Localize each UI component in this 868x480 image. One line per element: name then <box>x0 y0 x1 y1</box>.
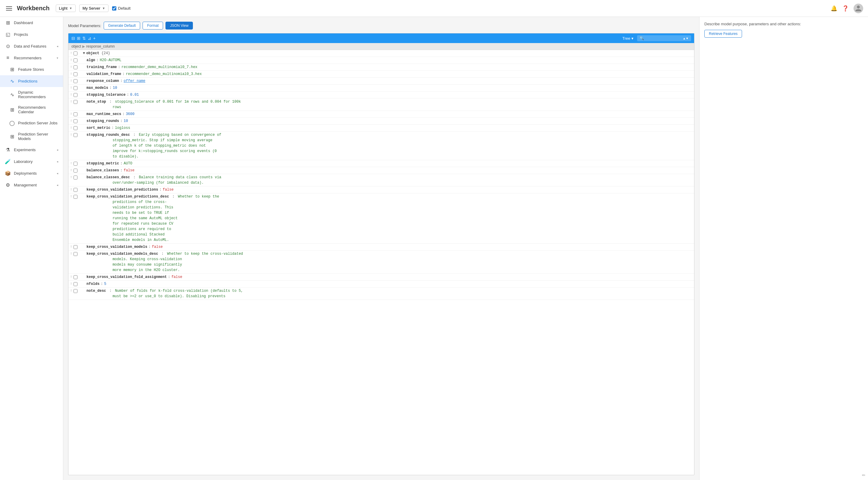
row-colon: : <box>118 64 120 70</box>
notification-icon[interactable]: 🔔 <box>831 5 837 12</box>
retrieve-features-button[interactable]: Retrieve Features <box>704 30 742 38</box>
right-panel-description: Describe model purpose, parameters and o… <box>704 22 863 26</box>
sidebar-item-label: Prediction Server Jobs <box>18 121 58 125</box>
row-checkbox[interactable] <box>73 65 78 69</box>
format-button[interactable]: Format <box>143 22 163 30</box>
json-view-button[interactable]: JSON View <box>165 22 193 30</box>
row-grip[interactable]: ⠿ <box>70 125 72 130</box>
row-grip[interactable]: ⠿ <box>70 118 72 124</box>
row-checkbox[interactable] <box>73 188 78 192</box>
row-checkbox[interactable] <box>73 169 78 173</box>
tree-mode-dropdown[interactable]: Tree ▾ <box>621 36 635 41</box>
row-grip[interactable]: ⠿ <box>70 161 72 166</box>
row-checkbox[interactable] <box>73 176 78 179</box>
sidebar-item-dashboard[interactable]: ⊞ Dashboard <box>0 17 63 29</box>
expand-all-icon[interactable]: ⊞ <box>77 36 81 41</box>
sidebar-item-feature-stores[interactable]: ⊞ Feature Stores <box>0 64 63 75</box>
row-checkbox[interactable] <box>73 79 78 83</box>
topbar-icons: 🔔 ❓ <box>831 4 863 13</box>
row-checkbox[interactable] <box>73 162 78 166</box>
hamburger-menu[interactable] <box>5 5 13 12</box>
sidebar-item-laboratory[interactable]: 🧪 Laboratory ◂ <box>0 156 63 167</box>
row-checkbox[interactable] <box>73 252 78 256</box>
row-checkbox[interactable] <box>73 133 78 137</box>
table-row: ⠿ balance_classes : false <box>68 167 694 174</box>
server-select[interactable]: My Server ▼ <box>79 4 108 12</box>
row-key: stopping_metric <box>87 161 119 166</box>
row-key: max_runtime_secs <box>87 111 121 117</box>
row-grip[interactable]: ⠿ <box>70 168 72 173</box>
row-grip[interactable]: ⠿ <box>70 99 72 104</box>
table-row: ⠿ training_frame : recommender_demo_mult… <box>68 64 694 71</box>
row-grip[interactable]: ⠿ <box>70 92 72 97</box>
row-checkbox[interactable] <box>73 72 78 76</box>
table-row: ⠿ keep_cross_validation_predictions_desc… <box>68 193 694 244</box>
row-checkbox[interactable] <box>73 52 78 56</box>
row-checkbox[interactable] <box>73 195 78 199</box>
sidebar-item-dynamic-recommenders[interactable]: ∿ Dynamic Recommenders <box>0 87 63 102</box>
sidebar-item-deployments[interactable]: 📦 Deployments ◂ <box>0 167 63 179</box>
row-value: false <box>172 274 182 280</box>
row-grip[interactable]: ⠿ <box>70 85 72 90</box>
sidebar-item-projects[interactable]: ◱ Projects <box>0 29 63 40</box>
row-checkbox[interactable] <box>73 245 78 249</box>
row-grip[interactable]: ⠿ <box>70 288 72 293</box>
row-colon: : <box>120 161 122 166</box>
row-grip[interactable]: ⠿ <box>70 274 72 279</box>
row-grip[interactable]: ⠿ <box>70 187 72 192</box>
generate-default-button[interactable]: Generate Default <box>104 22 140 30</box>
management-chevron: ◂ <box>57 183 58 187</box>
row-checkbox[interactable] <box>73 93 78 97</box>
theme-select[interactable]: Light ▼ <box>56 4 76 12</box>
edit-icon[interactable]: ✏ <box>862 473 866 478</box>
row-checkbox[interactable] <box>73 86 78 90</box>
sidebar-item-recommenders[interactable]: ≡ Recommenders ▾ <box>0 52 63 64</box>
sidebar-item-management[interactable]: ⚙ Management ◂ <box>0 179 63 191</box>
sidebar-item-data-and-features[interactable]: ⊙ Data and Features ◂ <box>0 40 63 52</box>
sidebar-item-prediction-server-models[interactable]: ⊞ Prediction Server Models <box>0 129 63 144</box>
row-grip[interactable]: ⠿ <box>70 78 72 83</box>
row-content: balance_classes_desc : Balance training … <box>87 175 692 185</box>
row-grip[interactable]: ⠿ <box>70 71 72 76</box>
row-checkbox[interactable] <box>73 289 78 293</box>
default-checkbox[interactable] <box>112 6 116 10</box>
table-row: ⠿ stopping_tolerance : 0.01 <box>68 92 694 99</box>
row-checkbox[interactable] <box>73 275 78 279</box>
row-checkbox[interactable] <box>73 100 78 104</box>
sidebar-item-experiments[interactable]: ⚗ Experiments ◂ <box>0 144 63 156</box>
sidebar-item-prediction-server-jobs[interactable]: ◯ Prediction Server Jobs <box>0 117 63 129</box>
row-checkbox[interactable] <box>73 126 78 130</box>
sidebar-item-recommenders-calendar[interactable]: ⊞ Recommenders Calendar <box>0 102 63 117</box>
collapse-all-icon[interactable]: ⊟ <box>71 36 75 41</box>
expand-icon[interactable]: ▼ <box>83 50 85 56</box>
sort-icon[interactable]: ⇅ <box>82 36 86 41</box>
row-value[interactable]: offer_name <box>124 78 145 84</box>
row-grip[interactable]: ⠿ <box>70 58 72 63</box>
search-icon: 🔍 <box>640 36 644 40</box>
row-grip[interactable]: ⠿ <box>70 244 72 249</box>
avatar[interactable] <box>854 4 863 13</box>
row-grip[interactable]: ⠿ <box>70 251 72 256</box>
row-grip[interactable]: ⠿ <box>70 50 72 56</box>
experiments-icon: ⚗ <box>5 147 11 153</box>
row-key: response_column <box>87 78 119 84</box>
add-icon[interactable]: + <box>93 36 96 41</box>
tree-search-input[interactable] <box>645 36 681 40</box>
row-checkbox[interactable] <box>73 112 78 116</box>
row-checkbox[interactable] <box>73 119 78 123</box>
row-grip[interactable]: ⠿ <box>70 175 72 180</box>
tree-search[interactable]: 🔍 ▲▼ <box>637 35 691 41</box>
row-checkbox[interactable] <box>73 59 78 62</box>
row-grip[interactable]: ⠿ <box>70 194 72 199</box>
row-grip[interactable]: ⠿ <box>70 111 72 116</box>
sidebar-item-predictions[interactable]: ∿ Predictions <box>0 75 63 87</box>
row-value: Whether to keep the predictions of the c… <box>87 195 219 242</box>
row-grip[interactable]: ⠿ <box>70 64 72 70</box>
row-grip[interactable]: ⠿ <box>70 281 72 286</box>
row-colon: : <box>110 289 112 293</box>
row-checkbox[interactable] <box>73 282 78 286</box>
help-icon[interactable]: ❓ <box>842 5 849 12</box>
filter-icon[interactable]: ⊿ <box>88 36 91 41</box>
row-grip[interactable]: ⠿ <box>70 132 72 137</box>
sidebar-item-label: Management <box>14 183 37 187</box>
